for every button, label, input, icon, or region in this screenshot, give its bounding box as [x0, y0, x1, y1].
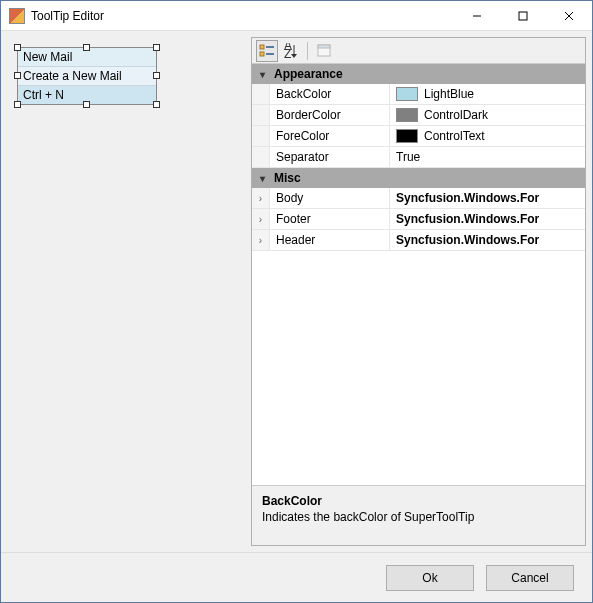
prop-row-separator[interactable]: Separator True: [252, 147, 585, 168]
prop-name: Footer: [270, 209, 390, 229]
svg-rect-1: [519, 12, 527, 20]
categorized-icon: [259, 43, 275, 59]
property-grid-panel: A Z ▾ Appearance: [251, 37, 586, 546]
minimize-button[interactable]: [454, 1, 500, 30]
resize-handle-n[interactable]: [83, 44, 90, 51]
resize-handle-s[interactable]: [83, 101, 90, 108]
tooltip-editor-window: ToolTip Editor New Mail Create a New Mai…: [0, 0, 593, 603]
property-grid[interactable]: ▾ Appearance BackColor LightBlue BorderC…: [252, 64, 585, 485]
description-title: BackColor: [262, 494, 575, 508]
prop-value-text: Syncfusion.Windows.For: [396, 191, 539, 205]
expand-icon[interactable]: ›: [252, 188, 270, 208]
resize-handle-e[interactable]: [153, 72, 160, 79]
alphabetical-button[interactable]: A Z: [280, 40, 302, 62]
prop-name: ForeColor: [270, 126, 390, 146]
prop-row-header[interactable]: › Header Syncfusion.Windows.For: [252, 230, 585, 251]
alphabetical-icon: A Z: [283, 43, 299, 59]
prop-value[interactable]: Syncfusion.Windows.For: [390, 188, 585, 208]
categorized-button[interactable]: [256, 40, 278, 62]
color-swatch: [396, 129, 418, 143]
prop-value[interactable]: True: [390, 147, 585, 167]
svg-rect-5: [260, 52, 264, 56]
row-gutter: [252, 84, 270, 104]
svg-marker-11: [291, 54, 297, 58]
prop-value-text: Syncfusion.Windows.For: [396, 233, 539, 247]
prop-name: Separator: [270, 147, 390, 167]
color-swatch: [396, 108, 418, 122]
description-pane: BackColor Indicates the backColor of Sup…: [252, 485, 585, 545]
category-appearance[interactable]: ▾ Appearance: [252, 64, 585, 84]
prop-value-text: True: [396, 150, 420, 164]
expand-icon[interactable]: ›: [252, 209, 270, 229]
prop-value[interactable]: ControlText: [390, 126, 585, 146]
color-swatch: [396, 87, 418, 101]
chevron-down-icon: ▾: [256, 69, 268, 80]
prop-value-text: ControlDark: [424, 108, 488, 122]
row-gutter: [252, 147, 270, 167]
category-label: Misc: [274, 171, 301, 185]
description-text: Indicates the backColor of SuperToolTip: [262, 510, 575, 524]
prop-row-forecolor[interactable]: ForeColor ControlText: [252, 126, 585, 147]
propertygrid-toolbar: A Z: [252, 38, 585, 64]
prop-value-text: ControlText: [424, 129, 485, 143]
resize-handle-se[interactable]: [153, 101, 160, 108]
svg-rect-13: [318, 45, 330, 48]
prop-row-bordercolor[interactable]: BorderColor ControlDark: [252, 105, 585, 126]
property-pages-icon: [316, 43, 332, 59]
ok-button[interactable]: Ok: [386, 565, 474, 591]
prop-value[interactable]: Syncfusion.Windows.For: [390, 209, 585, 229]
resize-handle-ne[interactable]: [153, 44, 160, 51]
prop-name: BackColor: [270, 84, 390, 104]
prop-value-text: LightBlue: [424, 87, 474, 101]
design-surface[interactable]: New Mail Create a New Mail Ctrl + N: [7, 37, 247, 546]
prop-name: Body: [270, 188, 390, 208]
prop-row-body[interactable]: › Body Syncfusion.Windows.For: [252, 188, 585, 209]
toolbar-separator: [307, 42, 308, 60]
property-pages-button[interactable]: [313, 40, 335, 62]
content-area: New Mail Create a New Mail Ctrl + N: [1, 31, 592, 552]
close-button[interactable]: [546, 1, 592, 30]
resize-handle-nw[interactable]: [14, 44, 21, 51]
dialog-footer: Ok Cancel: [1, 552, 592, 602]
resize-handle-sw[interactable]: [14, 101, 21, 108]
prop-name: Header: [270, 230, 390, 250]
prop-value[interactable]: LightBlue: [390, 84, 585, 104]
app-icon: [9, 8, 25, 24]
titlebar[interactable]: ToolTip Editor: [1, 1, 592, 31]
window-title: ToolTip Editor: [31, 9, 454, 23]
svg-rect-4: [260, 45, 264, 49]
prop-row-footer[interactable]: › Footer Syncfusion.Windows.For: [252, 209, 585, 230]
prop-value[interactable]: Syncfusion.Windows.For: [390, 230, 585, 250]
prop-row-backcolor[interactable]: BackColor LightBlue: [252, 84, 585, 105]
chevron-down-icon: ▾: [256, 173, 268, 184]
maximize-button[interactable]: [500, 1, 546, 30]
svg-text:Z: Z: [284, 47, 291, 59]
resize-handle-w[interactable]: [14, 72, 21, 79]
preview-body: Create a New Mail: [18, 66, 156, 86]
expand-icon[interactable]: ›: [252, 230, 270, 250]
category-misc[interactable]: ▾ Misc: [252, 168, 585, 188]
prop-value-text: Syncfusion.Windows.For: [396, 212, 539, 226]
row-gutter: [252, 126, 270, 146]
prop-value[interactable]: ControlDark: [390, 105, 585, 125]
category-label: Appearance: [274, 67, 343, 81]
cancel-button[interactable]: Cancel: [486, 565, 574, 591]
tooltip-preview[interactable]: New Mail Create a New Mail Ctrl + N: [17, 47, 157, 105]
row-gutter: [252, 105, 270, 125]
prop-name: BorderColor: [270, 105, 390, 125]
